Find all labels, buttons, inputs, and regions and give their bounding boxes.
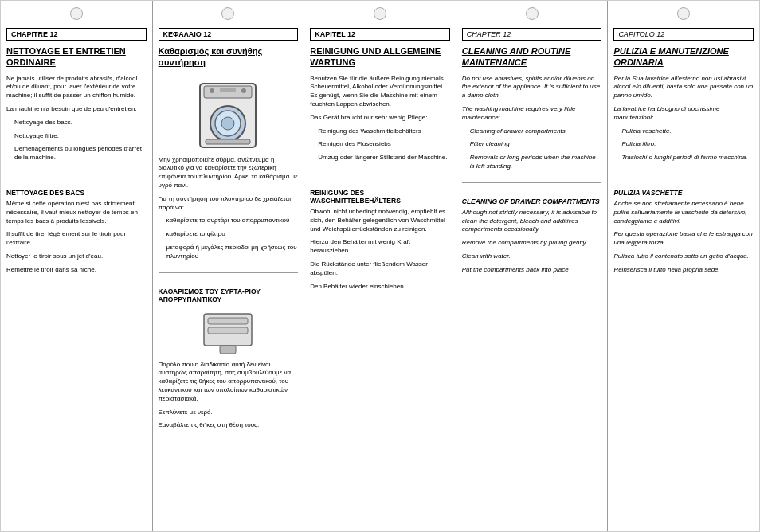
section-title-french: NETTOYAGE ET ENTRETIEN ORDINAIRE [6,45,147,68]
maintenance-item-2-french: Nettoyage filtre. [14,132,147,141]
section2-body-french: Même si cette opération n'est pas strict… [6,200,147,225]
maintenance-item-3-french: Déménagements ou longues périodes d'arrê… [14,145,147,162]
divider-greek [159,272,299,273]
section2-body4-german: Den Behälter wieder einschieben. [310,283,450,291]
divider-italian [613,174,754,174]
hole-punches-german [310,7,450,23]
section2-body3-german: Die Rückstände unter fließendem Wasser a… [310,260,450,278]
section2-title-greek: ΚΑΘΑΡΙΣΜΟΣ ΤΟΥ ΣΥΡΤΑ-ΡΙΟΥ ΑΠΟΡΡΥΠΑΝΤΙΚΟΥ [159,288,299,303]
section2-body-english: Although not strictly necessary, it is a… [462,209,602,234]
section2-title-english: CLEANING OF DRAWER COMPARTMENTS [462,198,602,205]
svg-rect-7 [206,139,250,144]
maintenance-item-1-greek: καθαρίσετε το συρτάρι του απορρυπαντικού [166,217,299,225]
chapter-label-french: CHAPITRE 12 [6,28,147,41]
svg-point-4 [221,117,234,130]
hole-punches-english [462,7,602,23]
hole-punches-french [6,7,147,23]
section2-body2-italian: Per questa operazione basta che le estra… [613,230,754,248]
svg-rect-11 [208,327,248,334]
section2-body2-greek: Ξεπλύνετε με νερό. [159,409,299,417]
intro-english: Do not use abrasives, spirits and/or dil… [462,75,602,100]
section2-title-french: NETTOYAGE DES BACS [6,189,147,197]
svg-rect-8 [220,88,236,92]
divider-english [462,182,602,183]
section-title-italian: PULIZIA E MANUTENZIONE ORDINARIA [613,45,754,68]
chapter-label-italian: CAPITOLO 12 [613,28,754,41]
column-greek: ΚΕΦΑΛΑΙΟ 12 Καθαρισμός και συνήθης συντή… [153,1,305,531]
maintenance-item-2-italian: Pulizia filtro. [621,140,754,149]
section2-body3-italian: Pulisca tutto il contenuto sotto un gett… [613,252,754,261]
column-french: CHAPITRE 12 NETTOYAGE ET ENTRETIEN ORDIN… [1,1,153,531]
intro-greek: Μην χρησιμοποιείτε σύρμα, σνώτνευμα ή δι… [159,156,299,190]
column-german: KAPITEL 12 REINIGUNG UND ALLGEMEINE WART… [304,1,456,531]
section-title-german: REINIGUNG UND ALLGEMEINE WARTUNG [310,45,450,68]
section2-body2-german: Hierzu den Behälter mit wenig Kraft hera… [310,238,450,256]
maintenance-item-2-english: Filter cleaning [470,140,602,149]
section2-body4-french: Remettre le tiroir dans sa niche. [6,266,147,275]
maintenance-item-3-italian: Traslochi o lunghi periodi di fermo macc… [621,154,754,162]
maintenance-note-italian: La lavatrice ha bisogno di pochissime ma… [613,105,754,123]
section2-body2-french: Il suffit de tirer légèrement sur le tir… [6,230,147,248]
washing-machine-illustration [196,80,260,151]
chapter-label-greek: ΚΕΦΑΛΑΙΟ 12 [159,28,299,41]
section2-body3-french: Nettoyer le tiroir sous un jet d'eau. [6,252,147,261]
maintenance-note-greek: Για τη συντήρηση του πλυντηρίου δε χρειά… [159,195,299,213]
hole-punch [677,7,690,20]
svg-rect-10 [208,318,248,324]
column-english: CHAPTER 12 CLEANING AND ROUTINE MAINTENA… [456,1,609,531]
hole-punch [70,7,83,20]
maintenance-item-3-greek: μεταφορά ή μεγάλες περίοδοι μη χρήσεως τ… [166,244,299,261]
maintenance-item-3-english: Removals or long periods when the machin… [470,154,602,171]
intro-italian: Per la Sua lavatrice all'esterno non usi… [613,75,754,100]
page-container: CHAPITRE 12 NETTOYAGE ET ENTRETIEN ORDIN… [0,0,760,532]
section-title-greek: Καθαρισμός και συνήθης συντήρηση [159,45,299,68]
svg-rect-12 [220,346,236,354]
section2-body-greek: Παρόλο που η διαδικασία αυτή δεν είναι α… [159,361,299,404]
column-italian: CAPITOLO 12 PULIZIA E MANUTENZIONE ORDIN… [608,1,759,531]
maintenance-note-german: Das Gerät braucht nur sehr wenig Pflege: [310,114,450,123]
divider-german [310,174,450,174]
section2-body3-greek: Ξαναβάλτε τις θήκες στη θέση τους. [159,421,299,430]
maintenance-item-2-german: Reinigen des Flusensiebs [318,140,450,149]
intro-french: Ne jamais utiliser de produits abrasifs,… [6,75,147,100]
divider-french [6,174,147,174]
hole-punch [221,7,234,20]
maintenance-item-1-english: Cleaning of drawer compartments. [470,127,602,136]
hole-punches-greek [159,7,299,23]
intro-german: Benutzen Sie für die äußere Reinigung ni… [310,75,450,109]
maintenance-note-french: La machine n'a besoin que de peu d'entre… [6,105,147,114]
section-title-english: CLEANING AND ROUTINE MAINTENANCE [462,45,602,68]
maintenance-item-2-greek: καθαρίσετε το φίλτρο [166,230,299,239]
maintenance-item-1-german: Reinigung des Waschmittelbehälters [318,127,450,136]
svg-point-5 [210,88,214,93]
maintenance-item-1-french: Nettoyage des bacs. [14,119,147,127]
section2-body-italian: Anche se non strettamente necessario è b… [613,200,754,225]
section2-title-italian: PULIZIA VASCHETTE [613,189,754,197]
svg-point-6 [241,88,246,93]
hole-punches-italian [613,7,754,23]
section2-title-german: REINIGUNG DES WASCHMITTELBEHÄLTERS [310,189,450,205]
chapter-label-english: CHAPTER 12 [462,28,602,41]
hole-punch [526,7,539,20]
filter-illustration [200,310,256,358]
section2-body4-english: Put the compartments back into place [462,266,602,275]
section2-body2-english: Remove the compartments by pulling gentl… [462,239,602,248]
maintenance-item-1-italian: Pulizia vaschette. [621,127,754,136]
chapter-label-german: KAPITEL 12 [310,28,450,41]
section2-body4-italian: Reinserisca il tutto nella propria sede. [613,266,754,275]
maintenance-item-3-german: Umzug oder längerer Stillstand der Masch… [318,154,450,162]
hole-punch [374,7,386,20]
maintenance-note-english: The washing machine requires very little… [462,105,602,123]
section2-body-german: Obwohl nicht unbedingt notwendig, empfie… [310,208,450,233]
section2-body3-english: Clean with water. [462,252,602,261]
